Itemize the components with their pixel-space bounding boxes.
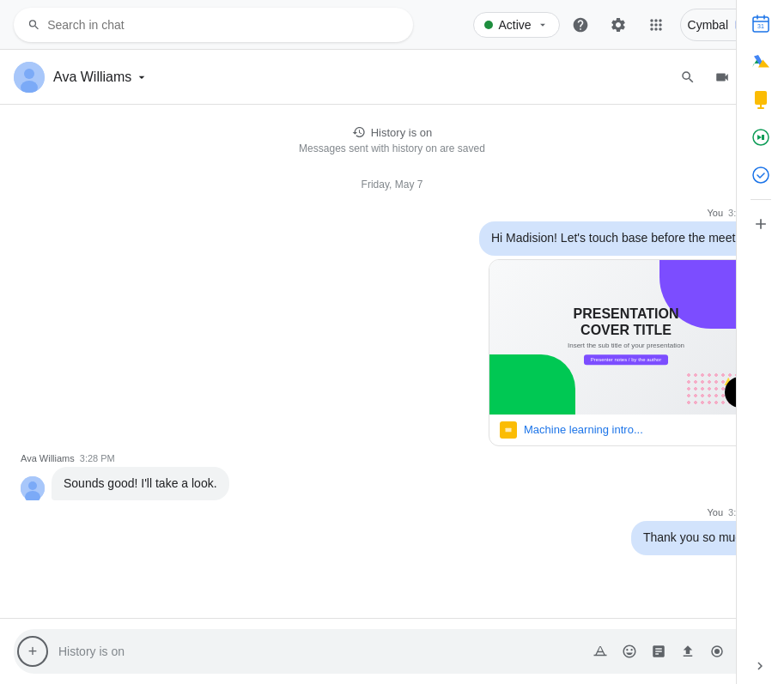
contact-avatar-small bbox=[21, 476, 45, 500]
keep-icon bbox=[751, 89, 771, 110]
recv-avatar bbox=[21, 476, 45, 500]
tasks-icon bbox=[751, 165, 771, 185]
active-dot bbox=[484, 21, 493, 29]
sidebar-keep[interactable] bbox=[744, 82, 778, 117]
insert-drive-icon bbox=[651, 644, 666, 659]
received-message-1: Ava Williams 3:28 PM Sounds good! I'll t… bbox=[21, 453, 763, 501]
text-format-icon bbox=[593, 644, 608, 659]
history-on-badge: History is on bbox=[352, 125, 433, 139]
emoji-button[interactable] bbox=[616, 638, 643, 665]
help-icon bbox=[572, 16, 589, 33]
messages-area: History is on Messages sent with history… bbox=[0, 105, 784, 618]
svg-rect-7 bbox=[506, 427, 512, 432]
input-area: + History is on bbox=[0, 618, 784, 684]
help-button[interactable] bbox=[563, 8, 598, 42]
attachment-footer: Machine learning intro... bbox=[489, 415, 763, 445]
sidebar-expand-button[interactable] bbox=[736, 658, 784, 674]
input-placeholder: History is on bbox=[58, 645, 580, 658]
history-sub-text: Messages sent with history on are saved bbox=[299, 142, 485, 154]
right-sidebar: 31 bbox=[736, 0, 784, 684]
svg-point-4 bbox=[24, 69, 34, 79]
chevron-right-icon bbox=[752, 658, 768, 674]
search-input[interactable] bbox=[47, 18, 399, 32]
contact-avatar bbox=[14, 62, 45, 93]
sidebar-add-button[interactable] bbox=[744, 207, 778, 241]
sidebar-divider bbox=[751, 199, 771, 200]
active-label: Active bbox=[498, 18, 531, 32]
svg-point-12 bbox=[714, 649, 720, 654]
gear-icon bbox=[610, 16, 627, 33]
search-icon bbox=[27, 18, 40, 32]
sidebar-calendar[interactable]: 31 bbox=[744, 7, 778, 41]
upload-icon bbox=[680, 644, 696, 659]
record-button[interactable] bbox=[703, 638, 731, 665]
grid-icon bbox=[647, 16, 665, 33]
contact-name-button[interactable]: Ava Williams bbox=[53, 70, 149, 85]
sidebar-drive[interactable] bbox=[744, 45, 778, 79]
attachment-card[interactable]: ▲▲ PRESENTATION COVER TITLE Insert the s… bbox=[489, 259, 763, 446]
attachment-name: Machine learning intro... bbox=[524, 423, 732, 436]
video-icon bbox=[714, 70, 730, 85]
pres-button-mock: Presenter notes / by the author bbox=[584, 354, 668, 365]
search-box[interactable] bbox=[14, 8, 413, 42]
radio-button-icon bbox=[709, 644, 725, 659]
upload-button[interactable] bbox=[674, 638, 702, 665]
sidebar-tasks[interactable] bbox=[744, 158, 778, 192]
settings-button[interactable] bbox=[601, 8, 635, 42]
chat-header: Ava Williams bbox=[0, 50, 784, 105]
attachment-preview: ▲▲ PRESENTATION COVER TITLE Insert the s… bbox=[489, 260, 763, 415]
apps-button[interactable] bbox=[639, 8, 673, 42]
recv-row: Sounds good! I'll take a look. bbox=[21, 467, 229, 501]
svg-point-17 bbox=[753, 167, 769, 183]
search-icon bbox=[680, 70, 696, 85]
drive-icon bbox=[751, 51, 771, 72]
calendar-icon: 31 bbox=[751, 14, 771, 34]
svg-text:31: 31 bbox=[757, 23, 764, 29]
sent-message-1: You 3:27 PM Hi Madision! Let's touch bas… bbox=[21, 208, 763, 446]
sidebar-meet[interactable] bbox=[744, 120, 778, 154]
sent-message-2: You 3:29 PM Thank you so much! bbox=[21, 507, 763, 555]
emoji-icon bbox=[622, 644, 637, 659]
contact-name: Ava Williams bbox=[53, 70, 131, 85]
chevron-down-icon bbox=[537, 19, 549, 31]
pres-subtitle: Insert the sub title of your presentatio… bbox=[549, 342, 703, 349]
add-icon bbox=[752, 215, 769, 233]
active-status-button[interactable]: Active bbox=[473, 12, 559, 38]
presentation-bg: ▲▲ PRESENTATION COVER TITLE Insert the s… bbox=[489, 260, 763, 415]
history-on-text: History is on bbox=[371, 126, 433, 139]
svg-point-9 bbox=[28, 481, 37, 490]
date-divider: Friday, May 7 bbox=[21, 179, 763, 191]
sent-bubble-1: Hi Madision! Let's touch base before the… bbox=[479, 221, 763, 256]
chevron-down-icon bbox=[135, 70, 149, 84]
add-attachment-button[interactable]: + bbox=[17, 636, 48, 667]
history-notice: History is on Messages sent with history… bbox=[21, 125, 763, 154]
recv-bubble-1: Sounds good! I'll take a look. bbox=[52, 467, 229, 501]
top-bar: Active Cymbal bbox=[0, 0, 784, 50]
meet-icon bbox=[751, 127, 771, 148]
cymbal-name: Cymbal bbox=[688, 18, 728, 32]
slides-icon bbox=[500, 421, 517, 439]
history-icon bbox=[352, 125, 366, 139]
input-actions bbox=[586, 638, 760, 665]
pres-title-area: PRESENTATION COVER TITLE Insert the sub … bbox=[549, 306, 703, 368]
search-chat-button[interactable] bbox=[672, 62, 703, 93]
video-call-button[interactable] bbox=[707, 62, 738, 93]
slides-file-icon bbox=[502, 424, 514, 436]
svg-rect-15 bbox=[755, 91, 767, 105]
top-bar-right: Active Cymbal bbox=[473, 8, 770, 42]
recv-meta-1: Ava Williams 3:28 PM bbox=[21, 453, 115, 463]
insert-file-button[interactable] bbox=[645, 638, 672, 665]
pres-main-title: PRESENTATION COVER TITLE bbox=[549, 306, 703, 338]
input-box: + History is on bbox=[14, 629, 770, 674]
format-text-button[interactable] bbox=[586, 638, 614, 665]
contact-photo bbox=[14, 62, 45, 93]
